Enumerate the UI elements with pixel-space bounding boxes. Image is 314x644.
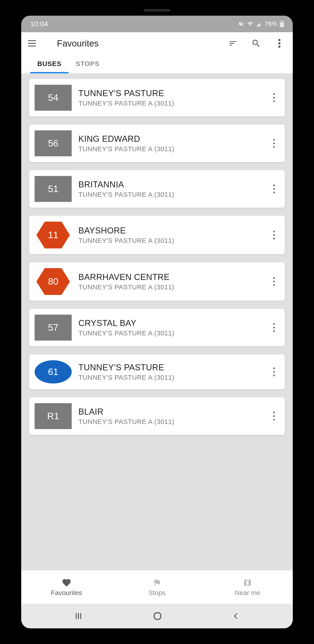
route-info: KING EDWARDTUNNEY'S PASTURE A (3011): [78, 134, 269, 153]
route-card[interactable]: 57CRYSTAL BAYTUNNEY'S PASTURE A (3011): [29, 309, 285, 346]
card-overflow-icon[interactable]: [269, 368, 279, 376]
route-badge: 54: [35, 85, 72, 111]
route-info: CRYSTAL BAYTUNNEY'S PASTURE A (3011): [78, 318, 269, 337]
route-badge: 11: [36, 222, 70, 248]
wifi-icon: [247, 21, 254, 27]
card-overflow-icon[interactable]: [269, 230, 279, 240]
battery-icon: [280, 21, 284, 27]
search-icon[interactable]: [251, 38, 262, 49]
route-subtitle: TUNNEY'S PASTURE A (3011): [78, 283, 269, 291]
route-subtitle: TUNNEY'S PASTURE A (3011): [78, 374, 269, 381]
status-time: 10:04: [30, 20, 48, 28]
route-badge: 56: [35, 130, 72, 156]
signal-icon: [256, 21, 262, 27]
svg-rect-9: [154, 613, 160, 619]
route-title: KING EDWARD: [78, 134, 269, 144]
system-nav: [21, 604, 293, 628]
page-title: Favourites: [57, 38, 221, 48]
tab-buses[interactable]: BUSES: [30, 54, 69, 73]
route-card[interactable]: 11BAYSHORETUNNEY'S PASTURE A (3011): [29, 216, 285, 254]
nav-nearme[interactable]: Near me: [202, 570, 293, 604]
nav-nearme-label: Near me: [235, 589, 260, 596]
route-badge: 51: [35, 176, 72, 202]
sort-icon[interactable]: [228, 38, 238, 49]
status-right: 76%: [238, 20, 284, 28]
route-subtitle: TUNNEY'S PASTURE A (3011): [78, 237, 269, 244]
app-bar: Favourites: [21, 32, 293, 54]
route-title: TUNNEY'S PASTURE: [78, 88, 269, 98]
overflow-icon[interactable]: [274, 38, 285, 49]
card-overflow-icon[interactable]: [269, 184, 279, 194]
route-badge: 57: [35, 314, 72, 340]
route-info: TUNNEY'S PASTURETUNNEY'S PASTURE A (3011…: [78, 88, 269, 107]
route-title: CRYSTAL BAY: [78, 318, 269, 328]
back-button[interactable]: [232, 612, 240, 620]
device-speaker: [144, 9, 170, 12]
route-badge: 61: [35, 360, 72, 384]
nav-stops[interactable]: Stops: [112, 570, 202, 604]
route-card[interactable]: 51BRITANNIATUNNEY'S PASTURE A (3011): [29, 170, 285, 208]
route-subtitle: TUNNEY'S PASTURE A (3011): [78, 191, 269, 198]
route-subtitle: TUNNEY'S PASTURE A (3011): [78, 330, 269, 337]
tab-stops[interactable]: STOPS: [69, 54, 107, 73]
route-card[interactable]: R1BLAIRTUNNEY'S PASTURE A (3011): [29, 397, 285, 435]
card-overflow-icon[interactable]: [269, 277, 279, 286]
route-info: BLAIRTUNNEY'S PASTURE A (3011): [78, 407, 269, 426]
mute-icon: [238, 21, 244, 27]
nav-favourites[interactable]: Favourites: [21, 570, 112, 604]
flag-icon: [152, 578, 162, 588]
toolbar-icons: [228, 38, 285, 49]
route-card[interactable]: 56KING EDWARDTUNNEY'S PASTURE A (3011): [29, 124, 285, 162]
route-info: BRITANNIATUNNEY'S PASTURE A (3011): [78, 180, 269, 198]
route-subtitle: TUNNEY'S PASTURE A (3011): [78, 145, 269, 153]
route-info: TUNNEY'S PASTURETUNNEY'S PASTURE A (3011…: [78, 363, 269, 381]
route-subtitle: TUNNEY'S PASTURE A (3011): [78, 100, 269, 107]
route-info: BARRHAVEN CENTRETUNNEY'S PASTURE A (3011…: [78, 272, 269, 291]
home-button[interactable]: [153, 611, 162, 621]
route-badge: R1: [35, 403, 72, 429]
card-overflow-icon[interactable]: [269, 412, 279, 420]
tabs: BUSES STOPS: [21, 54, 293, 74]
heart-icon: [62, 578, 71, 588]
route-title: BLAIR: [78, 407, 269, 416]
route-badge: 80: [36, 268, 70, 295]
route-card[interactable]: 61TUNNEY'S PASTURETUNNEY'S PASTURE A (30…: [29, 354, 285, 389]
nav-stops-label: Stops: [149, 589, 166, 596]
status-bar: 10:04 76%: [21, 16, 293, 32]
card-overflow-icon[interactable]: [269, 323, 279, 332]
svg-point-5: [278, 46, 281, 48]
screen: 10:04 76% Favouri: [21, 16, 293, 628]
battery-percent: 76%: [265, 20, 277, 28]
nav-favourites-label: Favourites: [51, 589, 82, 596]
map-icon: [243, 578, 252, 588]
route-title: TUNNEY'S PASTURE: [78, 363, 269, 372]
bottom-nav: Favourites Stops Near me: [21, 570, 293, 604]
route-subtitle: TUNNEY'S PASTURE A (3011): [78, 418, 269, 426]
route-card[interactable]: 80BARRHAVEN CENTRETUNNEY'S PASTURE A (30…: [29, 262, 285, 301]
menu-icon[interactable]: [26, 38, 37, 49]
svg-rect-1: [281, 21, 283, 22]
route-title: BRITANNIA: [78, 180, 269, 190]
route-info: BAYSHORETUNNEY'S PASTURE A (3011): [78, 226, 269, 244]
route-title: BAYSHORE: [78, 226, 269, 236]
route-title: BARRHAVEN CENTRE: [78, 272, 269, 282]
card-overflow-icon[interactable]: [269, 93, 279, 102]
svg-point-4: [278, 42, 281, 44]
route-card[interactable]: 54TUNNEY'S PASTURETUNNEY'S PASTURE A (30…: [29, 79, 285, 116]
device-frame: 10:04 76% Favouri: [0, 0, 314, 644]
card-overflow-icon[interactable]: [269, 139, 279, 148]
svg-point-3: [278, 39, 281, 41]
recents-button[interactable]: [74, 612, 83, 620]
route-list[interactable]: 54TUNNEY'S PASTURETUNNEY'S PASTURE A (30…: [21, 74, 293, 570]
